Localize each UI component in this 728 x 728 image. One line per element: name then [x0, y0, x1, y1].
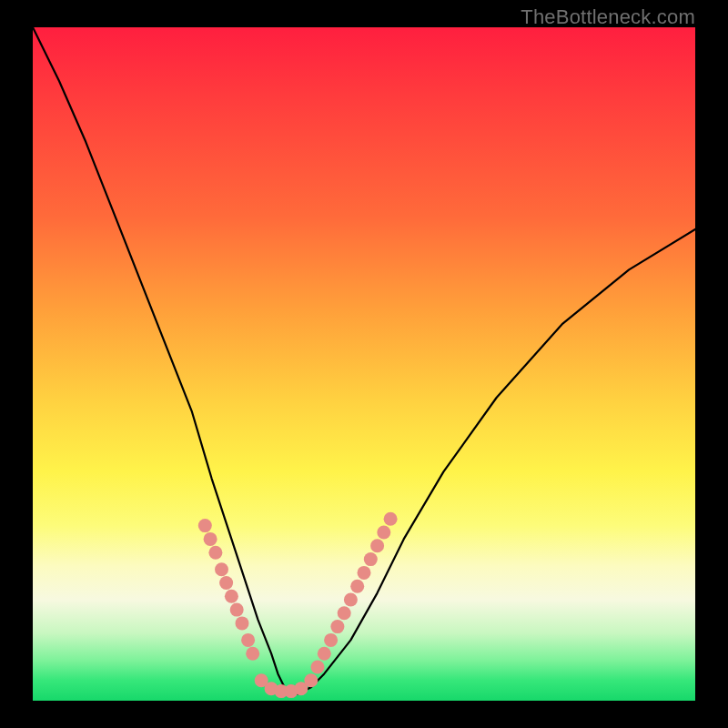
dot-highlight-dots-right — [311, 661, 325, 674]
dot-highlight-dots-left — [219, 576, 233, 590]
dot-highlight-dots-right — [370, 539, 384, 552]
dot-highlight-dots-right — [364, 552, 378, 566]
chart-frame: TheBottleneck.com — [0, 0, 728, 728]
dot-highlight-dots-right — [350, 580, 364, 593]
dot-highlight-dots-left — [208, 546, 222, 560]
dot-highlight-dots-right — [324, 633, 338, 647]
series-bottleneck-curve — [33, 27, 695, 694]
dot-highlight-dots-valley — [304, 673, 318, 687]
dot-highlight-dots-right — [318, 647, 331, 661]
dot-highlight-dots-right — [377, 526, 390, 540]
dot-highlight-dots-right — [384, 512, 398, 526]
dot-highlight-dots-left — [230, 603, 244, 617]
dot-highlight-dots-left — [204, 532, 217, 546]
dot-highlight-dots-right — [338, 606, 351, 620]
dot-highlight-dots-left — [198, 519, 212, 532]
dot-highlight-dots-right — [330, 620, 344, 633]
dot-highlight-dots-left — [215, 562, 228, 576]
dot-highlight-dots-left — [225, 590, 238, 603]
dot-highlight-dots-right — [344, 593, 358, 607]
dot-highlight-dots-left — [246, 647, 259, 661]
plot-area — [33, 27, 695, 701]
dot-highlight-dots-left — [241, 633, 255, 647]
dot-highlight-dots-left — [236, 616, 249, 630]
watermark-text: TheBottleneck.com — [521, 5, 695, 29]
dot-highlight-dots-right — [358, 566, 371, 580]
chart-svg — [33, 27, 695, 701]
